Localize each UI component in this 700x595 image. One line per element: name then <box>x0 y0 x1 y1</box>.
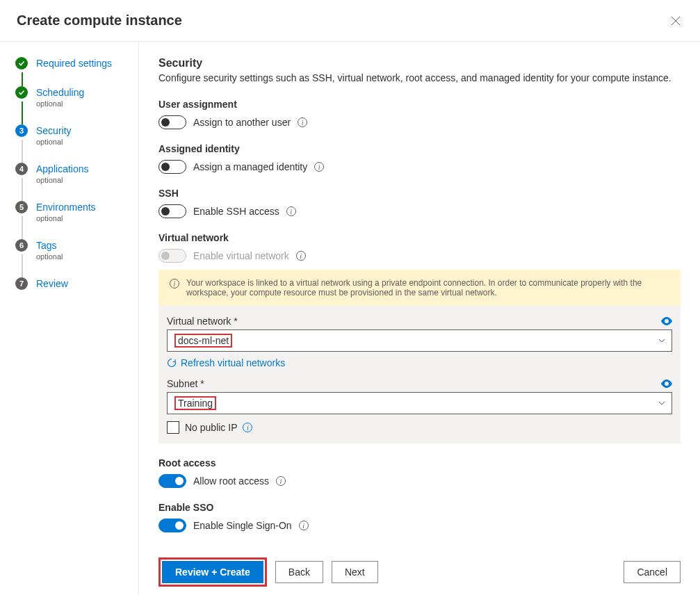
chevron-down-icon <box>658 399 666 407</box>
close-button[interactable] <box>668 13 683 28</box>
vnet-field-label: Virtual network * <box>167 316 238 327</box>
chevron-down-icon <box>658 336 666 345</box>
step-optional: optional <box>36 138 72 146</box>
subnet-dropdown[interactable]: Training <box>167 392 672 414</box>
info-icon[interactable]: i <box>276 476 286 486</box>
step-number-icon: 7 <box>15 277 28 290</box>
virtual-network-dropdown[interactable]: docs-ml-net <box>167 329 672 352</box>
wizard-sidebar: Required settings Scheduling optional 3 … <box>0 42 139 595</box>
assign-another-user-toggle[interactable] <box>158 115 186 129</box>
step-label: Tags <box>36 239 63 252</box>
page-title: Create compute instance <box>17 13 182 28</box>
info-icon[interactable]: i <box>299 521 309 530</box>
step-label: Applications <box>36 163 89 175</box>
toggle-label: Allow root access <box>193 475 269 487</box>
step-label: Required settings <box>36 57 112 70</box>
vnet-info-banner: i Your workspace is linked to a virtual … <box>158 270 681 306</box>
info-icon[interactable]: i <box>314 162 324 172</box>
step-required-settings[interactable]: Required settings <box>15 57 138 85</box>
enable-virtual-network-toggle <box>158 249 186 263</box>
allow-root-access-toggle[interactable] <box>158 474 186 488</box>
main-content: Security Configure security settings suc… <box>139 42 700 595</box>
toggle-label: Enable virtual network <box>193 250 289 261</box>
user-assignment-label: User assignment <box>158 99 681 110</box>
checkmark-icon <box>15 57 28 70</box>
section-description: Configure security settings such as SSH,… <box>158 72 681 83</box>
info-icon[interactable]: i <box>298 117 307 127</box>
review-create-button[interactable]: Review + Create <box>162 561 263 583</box>
refresh-icon <box>167 358 177 368</box>
step-label: Security <box>36 124 72 137</box>
toggle-label: Assign to another user <box>193 117 291 128</box>
ssh-label: SSH <box>158 188 681 199</box>
step-optional: optional <box>36 176 89 184</box>
preview-icon[interactable] <box>661 317 672 325</box>
next-button[interactable]: Next <box>332 561 378 583</box>
cancel-button[interactable]: Cancel <box>624 561 681 583</box>
step-number-icon: 6 <box>15 239 28 252</box>
checkmark-icon <box>15 86 28 99</box>
step-optional: optional <box>36 99 84 108</box>
refresh-vnet-link[interactable]: Refresh virtual networks <box>167 357 672 368</box>
dropdown-value: Training <box>178 398 213 409</box>
subnet-field-label: Subnet * <box>167 378 204 389</box>
step-label: Review <box>36 277 68 290</box>
refresh-vnet-label: Refresh virtual networks <box>181 357 285 368</box>
assign-managed-identity-toggle[interactable] <box>158 160 186 174</box>
step-review[interactable]: 7 Review <box>15 277 138 305</box>
enable-sso-toggle[interactable] <box>158 519 186 532</box>
enable-sso-label: Enable SSO <box>158 502 681 513</box>
step-optional: optional <box>36 214 96 222</box>
enable-ssh-toggle[interactable] <box>158 204 186 218</box>
toggle-label: Assign a managed identity <box>193 161 307 172</box>
info-icon[interactable]: i <box>243 423 252 432</box>
preview-icon[interactable] <box>661 380 672 388</box>
no-public-ip-checkbox[interactable] <box>167 421 179 434</box>
no-public-ip-label: No public IP <box>185 422 237 433</box>
close-icon <box>671 16 681 26</box>
step-number-icon: 5 <box>15 201 28 213</box>
toggle-label: Enable SSH access <box>193 206 279 217</box>
step-scheduling[interactable]: Scheduling optional <box>15 86 138 123</box>
step-security[interactable]: 3 Security optional <box>15 124 138 161</box>
step-tags[interactable]: 6 Tags optional <box>15 239 138 276</box>
back-button[interactable]: Back <box>275 561 323 583</box>
step-optional: optional <box>36 252 63 261</box>
step-number-icon: 3 <box>15 124 28 137</box>
step-applications[interactable]: 4 Applications optional <box>15 163 138 199</box>
step-label: Scheduling <box>36 86 84 99</box>
assigned-identity-label: Assigned identity <box>158 143 681 154</box>
step-number-icon: 4 <box>15 163 28 175</box>
root-access-label: Root access <box>158 457 681 468</box>
info-icon[interactable]: i <box>296 251 306 261</box>
virtual-network-label: Virtual network <box>158 232 681 243</box>
info-icon: i <box>170 279 179 288</box>
section-title: Security <box>158 57 681 70</box>
step-environments[interactable]: 5 Environments optional <box>15 201 138 238</box>
virtual-network-panel: i Your workspace is linked to a virtual … <box>158 270 681 443</box>
dropdown-value: docs-ml-net <box>178 335 229 346</box>
info-icon[interactable]: i <box>286 206 296 216</box>
toggle-label: Enable Single Sign-On <box>193 520 292 531</box>
vnet-info-text: Your workspace is linked to a virtual ne… <box>186 278 669 298</box>
step-label: Environments <box>36 201 96 213</box>
